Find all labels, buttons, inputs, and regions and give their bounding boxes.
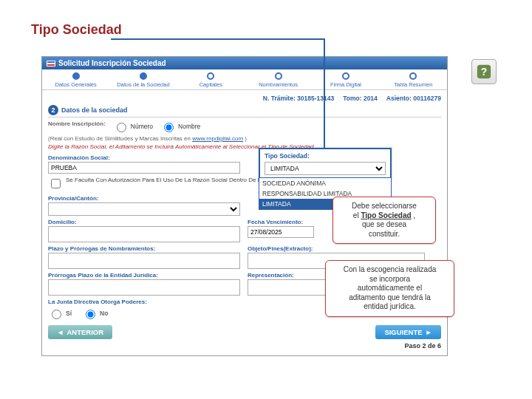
prev-button[interactable]: ◄ ANTERIOR [48,325,112,339]
chevron-left-icon: ◄ [57,328,64,336]
registro-note: (Real con Estudio de Similitudes y Marca… [48,135,441,142]
callout-aditamento: Con la escogencia realizada se incorpora… [325,260,454,317]
window-titlebar: Solicitud Inscripción Sociedad [42,57,447,69]
objeto-label: Objeto/Fines(Extracto): [248,245,425,252]
fecha-input[interactable] [248,226,314,238]
stepper: Datos Generales Datos de la Sociedad Cap… [42,69,447,90]
step-1[interactable]: Datos Generales [42,72,109,88]
step-2[interactable]: Datos de la Sociedad [109,72,177,88]
rnp-link[interactable]: www.rnpdigital.com [192,135,243,142]
domicilio-input[interactable] [48,226,240,242]
step-6[interactable]: Tabla Resumen [380,72,447,88]
step-5[interactable]: Firma Digital [312,72,379,88]
fecha-label: Fecha Vencimiento: [248,219,314,225]
provincia-select[interactable] [48,202,240,216]
domicilio-label: Domicilio: [48,219,240,225]
prorrogas-input[interactable] [48,279,240,296]
slide-title: Tipo Sociedad [31,22,122,38]
arrow-connector [111,38,325,40]
next-button[interactable]: SIGUIENTE ► [375,325,441,339]
denominacion-label: Denominación Social: [48,154,240,161]
tipo-sociedad-highlight: Tipo Sociedad: LIMITADA [259,148,392,181]
tomo-number: Tomo: 2014 [343,95,378,102]
plazo-label: Plazo y Prórrogas de Nombramientos: [48,245,240,252]
prorrogas-label: Prórrogas Plazo de la Entidad Jurídica: [48,272,240,279]
flag-icon [47,61,55,66]
tipo-option[interactable]: SOCIEDAD ANÓNIMA [259,178,391,188]
svg-text:?: ? [481,66,487,78]
provincia-label: Provincia/Cantón: [48,195,240,202]
help-icon: ? [476,64,492,80]
plazo-input[interactable] [48,253,240,269]
denominacion-input[interactable] [48,162,240,174]
asiento-number: Asiento: 00116279 [386,95,441,102]
chevron-right-icon: ► [426,328,432,336]
step-indicator: Paso 2 de 6 [48,342,441,349]
section-title: Datos de la sociedad [61,106,128,114]
radio-nombre[interactable]: Nombre [160,120,200,132]
nombre-insc-label: Nombre Inscripción: [48,120,106,127]
arrow-connector [324,38,325,149]
tipo-label: Tipo Sociedad: [265,152,386,160]
info-row: N. Trámite: 30185-13143 Tomo: 2014 Asien… [48,93,441,105]
radio-si[interactable]: Sí [48,307,72,319]
section-number-badge: 2 [48,105,58,115]
callout-tipo: Debe seleccionarse el Tipo Sociedad , qu… [332,197,436,244]
section-header: 2 Datos de la sociedad [48,105,441,117]
step-4[interactable]: Nombramientos [245,72,312,88]
tipo-select[interactable]: LIMITADA [265,162,386,175]
window-title: Solicitud Inscripción Sociedad [58,59,166,67]
radio-numero[interactable]: Número [113,120,153,132]
radio-no[interactable]: No [82,307,108,319]
help-button[interactable]: ? [471,59,497,84]
step-3[interactable]: Capitales [177,72,245,88]
